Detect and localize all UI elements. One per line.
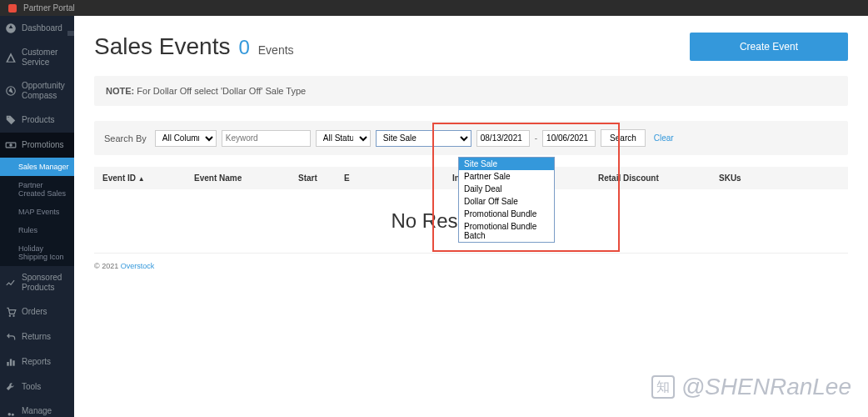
sidebar-label: Opportunity Compass — [22, 81, 69, 101]
svg-point-4 — [13, 315, 14, 316]
gauge-icon — [5, 23, 17, 34]
sidebar-item-products[interactable]: Products — [0, 108, 74, 133]
dropdown-option-partner-sale[interactable]: Partner Sale — [459, 170, 554, 183]
search-label: Search By — [104, 133, 147, 143]
copyright-text: © 2021 — [94, 262, 121, 270]
sidebar-label: Tools — [22, 382, 41, 392]
search-status-select[interactable]: All Statuses — [316, 130, 371, 147]
wrench-icon — [5, 381, 17, 393]
th-start[interactable]: Start — [298, 173, 344, 183]
svg-rect-6 — [10, 359, 12, 366]
th-event-name[interactable]: Event Name — [194, 173, 298, 183]
warning-icon — [5, 52, 17, 63]
search-date-to-input[interactable] — [542, 130, 596, 147]
sidebar-item-returns[interactable]: Returns — [0, 324, 74, 349]
sidebar-sub-holiday-shipping[interactable]: Holiday Shipping Icon — [0, 239, 74, 266]
cash-icon — [5, 139, 17, 151]
cart-icon — [5, 306, 17, 318]
search-button[interactable]: Search — [601, 129, 646, 147]
users-icon — [5, 410, 17, 417]
date-separator: - — [535, 133, 537, 143]
sidebar-sub-partner-created[interactable]: Partner Created Sales — [0, 176, 74, 203]
svg-point-8 — [8, 413, 12, 416]
topbar: Partner Portal — [0, 0, 868, 16]
th-retail[interactable]: Retail Discount — [598, 173, 719, 183]
sidebar-item-reports[interactable]: Reports — [0, 349, 74, 374]
page-title-group: Sales Events 0 Events — [94, 33, 294, 60]
topbar-title: Partner Portal — [23, 3, 75, 13]
sidebar-item-sponsored-products[interactable]: Sponsored Products — [0, 266, 74, 299]
sidebar: Dashboard Customer Service Opportunity C… — [0, 16, 74, 417]
sort-asc-icon: ▲ — [138, 175, 145, 183]
sidebar-label: Customer Service — [22, 48, 69, 68]
sidebar-scroll-indicator[interactable] — [67, 31, 74, 36]
search-columns-select[interactable]: All Columns — [155, 130, 217, 147]
sidebar-label: Sponsored Products — [22, 273, 69, 293]
search-bar: Search By All Columns All Statuses Site … — [94, 121, 848, 155]
compass-icon — [5, 85, 17, 97]
clear-link[interactable]: Clear — [654, 133, 674, 143]
sidebar-label: Dashboard — [22, 23, 62, 33]
chart-line-icon — [5, 277, 17, 289]
sidebar-label: Products — [22, 115, 54, 125]
note-label: NOTE: — [106, 86, 134, 96]
search-date-from-input[interactable] — [476, 130, 530, 147]
main-content: Sales Events 0 Events Create Event NOTE:… — [74, 16, 868, 417]
page-count: 0 — [238, 36, 249, 59]
sidebar-sub-map-events[interactable]: MAP Events — [0, 203, 74, 221]
sidebar-sub-sales-manager[interactable]: Sales Manager — [0, 158, 74, 176]
svg-rect-7 — [12, 360, 14, 365]
page-count-label: Events — [258, 43, 294, 57]
sidebar-label: Orders — [22, 307, 47, 317]
sidebar-item-customer-service[interactable]: Customer Service — [0, 41, 74, 74]
sale-type-dropdown: Site Sale Partner Sale Daily Deal Dollar… — [458, 157, 555, 243]
th-event-id[interactable]: Event ID ▲ — [102, 173, 194, 183]
return-icon — [5, 331, 17, 343]
dropdown-option-promo-bundle[interactable]: Promotional Bundle — [459, 208, 554, 220]
footer: © 2021 Overstock — [94, 262, 848, 270]
sidebar-sub-rules[interactable]: Rules — [0, 221, 74, 239]
svg-point-3 — [9, 315, 10, 316]
dropdown-option-site-sale[interactable]: Site Sale — [459, 158, 554, 170]
sidebar-item-promotions[interactable]: Promotions — [0, 133, 74, 158]
svg-point-2 — [10, 144, 12, 146]
sidebar-label: Promotions — [22, 140, 64, 150]
dropdown-option-promo-bundle-batch[interactable]: Promotional Bundle Batch — [459, 220, 554, 242]
sidebar-item-orders[interactable]: Orders — [0, 299, 74, 324]
th-end[interactable]: E — [344, 173, 452, 183]
sidebar-label: Reports — [22, 357, 51, 367]
page-header: Sales Events 0 Events Create Event — [94, 33, 848, 61]
dropdown-option-dollar-off[interactable]: Dollar Off Sale — [459, 195, 554, 208]
sidebar-item-tools[interactable]: Tools — [0, 374, 74, 399]
logo-icon — [8, 4, 17, 13]
svg-rect-5 — [7, 362, 8, 366]
sidebar-item-dashboard[interactable]: Dashboard — [0, 16, 74, 41]
svg-point-9 — [12, 414, 14, 416]
bar-chart-icon — [5, 356, 17, 368]
th-skus[interactable]: SKUs — [719, 173, 769, 183]
page-title: Sales Events — [94, 33, 230, 60]
sidebar-label: Manage Users — [22, 406, 69, 417]
search-sale-type-select[interactable]: Site Sale — [376, 130, 471, 147]
sidebar-item-manage-users[interactable]: Manage Users — [0, 399, 74, 417]
overstock-link[interactable]: Overstock — [121, 262, 155, 270]
note-text: For Dollar Off select 'Dollar Off' Sale … — [137, 86, 306, 96]
sidebar-item-opportunity-compass[interactable]: Opportunity Compass — [0, 74, 74, 108]
search-keyword-input[interactable] — [222, 130, 311, 147]
create-event-button[interactable]: Create Event — [690, 33, 848, 61]
dropdown-option-daily-deal[interactable]: Daily Deal — [459, 183, 554, 195]
sidebar-promotions-submenu: Sales Manager Partner Created Sales MAP … — [0, 158, 74, 266]
tag-icon — [5, 114, 17, 126]
note-box: NOTE: For Dollar Off select 'Dollar Off'… — [94, 76, 848, 106]
sidebar-label: Returns — [22, 332, 51, 342]
